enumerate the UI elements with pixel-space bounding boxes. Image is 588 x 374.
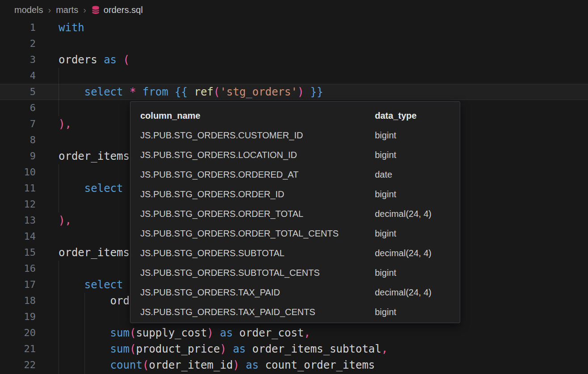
code-text: sum(product_price) as order_items_subtot… [36, 341, 588, 357]
hover-table-row: JS.PUB.STG_ORDERS.ORDER_IDbigint [140, 184, 460, 204]
line-number[interactable]: 9 [0, 148, 36, 164]
column-name-header: column_name [140, 111, 375, 121]
code-line[interactable]: 20 sum(supply_cost) as order_cost, [0, 325, 588, 341]
hover-table-row: JS.PUB.STG_ORDERS.ORDERED_ATdate [140, 165, 460, 184]
line-number[interactable]: 5 [0, 84, 36, 100]
indent-guide [59, 68, 59, 116]
hover-table-row: JS.PUB.STG_ORDERS.ORDER_TOTALdecimal(24,… [140, 204, 460, 224]
chevron-right-icon: › [83, 5, 87, 14]
code-text: count(order_item_id) as count_order_item… [36, 357, 588, 373]
breadcrumb-item-models[interactable]: models [14, 5, 43, 15]
code-line[interactable]: 3orders as ( [0, 52, 588, 68]
line-number[interactable]: 19 [0, 309, 36, 325]
code-line[interactable]: 4 [0, 68, 588, 84]
breadcrumb-item-file[interactable]: orders.sql [91, 5, 143, 15]
hover-table-row: JS.PUB.STG_ORDERS.CUSTOMER_IDbigint [140, 125, 460, 145]
hover-table-row: JS.PUB.STG_ORDERS.SUBTOTALdecimal(24, 4) [140, 243, 460, 263]
code-text: with [36, 20, 588, 36]
data-type-header: data_type [375, 111, 460, 121]
hover-table-row: JS.PUB.STG_ORDERS.LOCATION_IDbigint [140, 145, 460, 165]
line-number[interactable]: 10 [0, 164, 36, 180]
code-line[interactable]: 21 sum(product_price) as order_items_sub… [0, 341, 588, 357]
hover-table-body: JS.PUB.STG_ORDERS.CUSTOMER_IDbigintJS.PU… [140, 125, 460, 322]
line-number[interactable]: 18 [0, 293, 36, 309]
code-line[interactable]: 5 select * from {{ ref('stg_orders') }} [0, 84, 588, 100]
chevron-right-icon: › [47, 5, 51, 14]
hover-table-row: JS.PUB.STG_ORDERS.SUBTOTAL_CENTSbigint [140, 263, 460, 283]
line-number[interactable]: 21 [0, 341, 36, 357]
line-number[interactable]: 16 [0, 261, 36, 277]
line-number[interactable]: 17 [0, 277, 36, 293]
editor-window: models › marts › orders.sql 1with23order… [0, 0, 588, 374]
code-line[interactable]: 1with [0, 20, 588, 36]
hover-popup: column_name data_type JS.PUB.STG_ORDERS.… [130, 101, 460, 323]
line-number[interactable]: 15 [0, 245, 36, 261]
line-number[interactable]: 22 [0, 357, 36, 373]
line-number[interactable]: 6 [0, 100, 36, 116]
line-number[interactable]: 11 [0, 180, 36, 196]
breadcrumb-item-marts[interactable]: marts [56, 5, 78, 15]
line-number[interactable]: 14 [0, 229, 36, 245]
file-name: orders.sql [104, 5, 143, 15]
database-icon [91, 5, 100, 14]
code-text: orders as ( [36, 52, 588, 68]
line-number[interactable]: 13 [0, 212, 36, 229]
line-number[interactable]: 1 [0, 20, 36, 36]
code-text: sum(supply_cost) as order_cost, [36, 325, 588, 341]
code-editor[interactable]: 1with23orders as (45 select * from {{ re… [0, 20, 588, 374]
line-number[interactable]: 7 [0, 116, 36, 132]
line-number[interactable]: 4 [0, 68, 36, 84]
hover-table-header: column_name data_type [140, 106, 460, 125]
hover-table-row: JS.PUB.STG_ORDERS.TAX_PAID_CENTSbigint [140, 302, 460, 322]
line-number[interactable]: 12 [0, 196, 36, 212]
line-number[interactable]: 20 [0, 325, 36, 341]
code-text [36, 68, 588, 84]
code-line[interactable]: 22 count(order_item_id) as count_order_i… [0, 357, 588, 373]
line-number[interactable]: 8 [0, 132, 36, 148]
line-number[interactable]: 3 [0, 52, 36, 68]
hover-table-row: JS.PUB.STG_ORDERS.TAX_PAIDdecimal(24, 4) [140, 283, 460, 302]
code-text: select * from {{ ref('stg_orders') }} [36, 84, 588, 100]
breadcrumb: models › marts › orders.sql [14, 0, 143, 20]
line-number[interactable]: 2 [0, 36, 36, 52]
code-text [36, 36, 588, 52]
hover-table-row: JS.PUB.STG_ORDERS.ORDER_TOTAL_CENTSbigin… [140, 224, 460, 243]
code-line[interactable]: 2 [0, 36, 588, 52]
indent-guide [59, 164, 59, 212]
indent-guide [84, 293, 85, 374]
indent-guide [59, 261, 59, 374]
